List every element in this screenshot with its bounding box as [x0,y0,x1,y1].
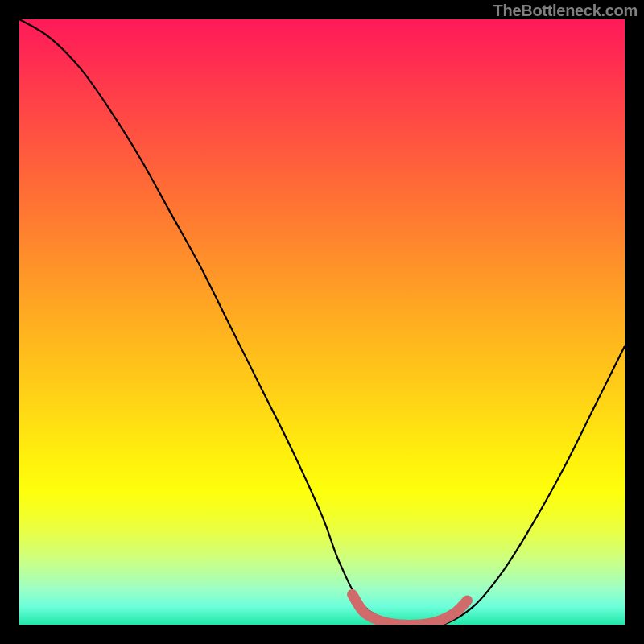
bottleneck-curve-path [19,19,625,625]
optimal-range-highlight-path [353,594,468,625]
chart-container: TheBottleneck.com [0,0,644,644]
attribution-label: TheBottleneck.com [493,2,638,20]
chart-plot-area [19,19,625,625]
chart-svg [19,19,625,625]
